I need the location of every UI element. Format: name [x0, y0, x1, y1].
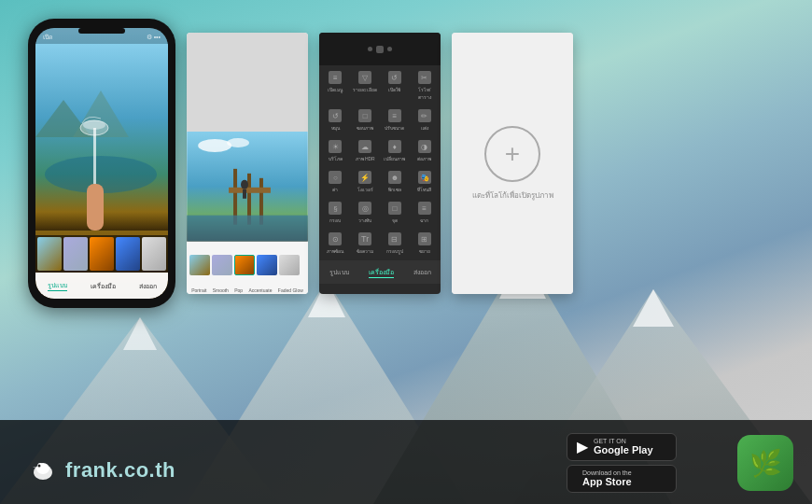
tool-shot[interactable]: ⊟กรอบรูป [381, 229, 410, 259]
tool-detail[interactable]: ▽รายละเอียด [351, 67, 380, 105]
phone-screen-1: เปิด ⚙ ••• [35, 28, 168, 299]
tool-frame[interactable]: □ขอบภาพ [351, 105, 380, 135]
phone-screenshot-1: เปิด ⚙ ••• [28, 19, 175, 308]
tool-lens-blur[interactable]: □จุด [381, 198, 410, 228]
label-smooth: Smooth [213, 287, 229, 293]
phone-screenshot-2: Portrait Smooth Pop Accentuate Faded Glo… [187, 33, 308, 294]
tab-rubep[interactable]: รูปแบบ [48, 280, 67, 291]
tool-glamour[interactable]: ≡ฉาก [410, 198, 439, 228]
google-play-main: Google Play [594, 444, 653, 456]
filter2-portrait[interactable] [189, 255, 210, 275]
filter-strip-1 [35, 235, 168, 273]
tool-adjust[interactable]: ≡เปิดเมนู [321, 67, 350, 105]
tools-grid: ≡เปิดเมนู ▽รายละเอียด ↺เปิดใช้ ✂โรไท/ตาร… [319, 65, 441, 260]
snapseed-icon: 🌿 [737, 435, 793, 491]
tool-noir[interactable]: §กรอบ [321, 198, 350, 228]
tab-style-3[interactable]: รูปแบบ [329, 267, 349, 277]
svg-point-20 [83, 120, 105, 130]
filter2-pop[interactable] [234, 255, 255, 275]
photo-wine-glass [35, 44, 168, 231]
app-store-text: Download on the App Store [582, 469, 632, 488]
svg-rect-18 [93, 128, 96, 184]
label-pop: Pop [234, 287, 243, 293]
sensor-dot [376, 46, 384, 53]
tool-ambiance[interactable]: ♦เปลี่ยนภาพ [381, 136, 410, 166]
google-play-sub: GET IT ON [594, 438, 653, 444]
app-store-button[interactable]: Download on the App Store [567, 465, 677, 493]
add-photo-label: แตะที่โลโก้เพื่อเปิดรูปภาพ [463, 189, 563, 202]
svg-point-23 [227, 138, 249, 147]
snapseed-leaf-icon: 🌿 [749, 448, 782, 479]
phone-screenshot-4: + แตะที่โลโก้เพื่อเปิดรูปภาพ [452, 33, 573, 294]
tool-retrolux[interactable]: 🎭ที่โทนสี [410, 167, 439, 197]
tool-grunge[interactable]: ⚡โอเวอร์ [351, 167, 380, 197]
phone-notch [78, 28, 125, 34]
label-accentuate: Accentuate [248, 287, 272, 293]
logo-name: frank.co.th [65, 458, 175, 483]
google-play-icon: ▶ [577, 438, 588, 455]
label-faded: Faded Glow [278, 287, 303, 293]
tab-bar-1: รูปแบบ เครื่องมือ ส่งออก [35, 273, 168, 299]
tab-export-1[interactable]: ส่งออก [139, 281, 157, 291]
svg-rect-30 [187, 216, 308, 242]
svg-point-11 [38, 465, 41, 468]
logo: frank.co.th [28, 455, 175, 485]
tool-brightness[interactable]: ☀บริโภค [321, 136, 350, 166]
tool-drama[interactable]: ○ค่า [321, 167, 350, 197]
tool-resize[interactable]: ≡ปรับขนาด [381, 105, 410, 135]
svg-point-28 [241, 180, 248, 189]
svg-marker-6 [633, 289, 674, 327]
download-buttons: ▶ GET IT ON Google Play Download on the … [567, 433, 677, 493]
google-play-button[interactable]: ▶ GET IT ON Google Play [567, 433, 677, 461]
tool-rotate[interactable]: ↺เปิดใช้ [381, 67, 410, 105]
tool-flip[interactable]: ↺หมุน [321, 105, 350, 135]
tab-export-3[interactable]: ส่งออก [413, 267, 431, 277]
filter2-faded[interactable] [279, 255, 300, 275]
tool-text[interactable]: Trข้อความ [351, 229, 380, 259]
filter2-smooth[interactable] [212, 255, 232, 275]
tab-tools-3[interactable]: เครื่องมือ [369, 267, 394, 278]
svg-point-22 [198, 139, 231, 152]
tool-tonal[interactable]: ⊙ภาพซ้อน [321, 229, 350, 259]
tool-more[interactable]: ⊞ขยาย [410, 229, 439, 259]
svg-rect-17 [87, 184, 104, 231]
tool-crop[interactable]: ✂โรไท/ตาราง [410, 67, 439, 105]
status-icons: ⚙ ••• [147, 34, 161, 41]
tool-vintage[interactable]: ☻พิกเซล [381, 167, 410, 197]
filter-portrait[interactable] [37, 237, 62, 271]
tool-doublexp[interactable]: ◎วางทับ [351, 198, 380, 228]
add-photo-button[interactable]: + [484, 126, 540, 182]
screen2-placeholder [187, 33, 308, 132]
app-store-sub: Download on the [582, 469, 632, 476]
screen2-bottom: Portrait Smooth Pop Accentuate Faded Glo… [187, 242, 308, 294]
app-store-main: App Store [582, 476, 632, 488]
logo-bird-icon [28, 455, 58, 485]
camera-dot [368, 47, 372, 51]
svg-rect-27 [229, 188, 271, 193]
add-photo-screen: + แตะที่โลโก้เพื่อเปิดรูปภาพ [452, 33, 573, 294]
screen3-header [319, 33, 441, 65]
flash-dot [387, 47, 392, 51]
filter2-accentuate[interactable] [257, 255, 277, 275]
google-play-text: GET IT ON Google Play [594, 438, 653, 456]
screen2-photo [187, 132, 308, 242]
svg-rect-29 [243, 189, 246, 199]
filter-pop[interactable] [90, 237, 114, 271]
landscape-photo [187, 132, 308, 242]
tool-edit[interactable]: ✏แต่ง [410, 105, 439, 135]
app-screenshots: เปิด ⚙ ••• [28, 9, 573, 308]
tab-bar-3: รูปแบบ เครื่องมือ ส่งออก [319, 260, 441, 284]
phone-screenshot-3: ≡เปิดเมนู ▽รายละเอียด ↺เปิดใช้ ✂โรไท/ตาร… [319, 33, 441, 294]
filter-smooth[interactable] [63, 237, 88, 271]
tool-shadow[interactable]: ◑ต่อภาพ [410, 136, 439, 166]
filter-accentuate[interactable] [116, 237, 140, 271]
label-portrait: Portrait [191, 287, 206, 293]
tool-hdr[interactable]: ☁ภาพ HDR [351, 136, 380, 166]
tab-tools-1[interactable]: เครื่องมือ [91, 281, 116, 291]
status-open: เปิด [43, 32, 53, 42]
filter-faded[interactable] [142, 237, 166, 271]
